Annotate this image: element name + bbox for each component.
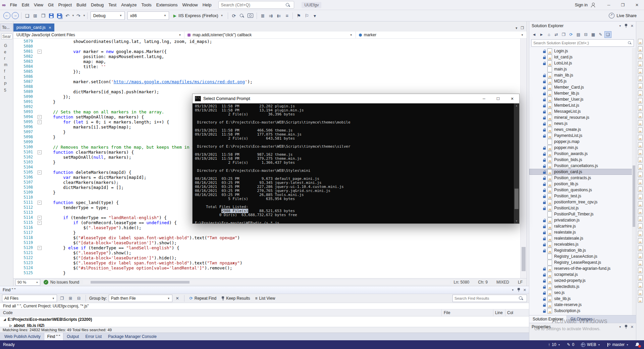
menu-window[interactable]: Window xyxy=(180,2,200,7)
nav-member-dropdown[interactable]: map.addListener("click") callback▼ xyxy=(184,32,356,38)
window-menu-icon[interactable]: ▼ xyxy=(619,24,622,28)
menu-project[interactable]: Project xyxy=(56,2,74,7)
find-scope-dropdown[interactable]: All Files▼ xyxy=(2,295,57,302)
column-col[interactable]: Col xyxy=(505,309,529,316)
bottom-tab-web-publish-activity[interactable]: Web Publish Activity xyxy=(1,333,44,340)
menu-extensions[interactable]: Extensions xyxy=(154,2,180,7)
current-document-icon[interactable]: ❐ xyxy=(59,295,65,302)
zoom-dropdown[interactable]: 90 %▼ xyxy=(15,279,40,286)
tree-item-news-js[interactable]: news.js xyxy=(529,120,636,127)
bottom-tab-error-list[interactable]: Error List xyxy=(82,333,105,340)
cmd-output[interactable]: 09/19/2021 11:58 PM 23,202 plugin.js09/1… xyxy=(193,103,514,223)
notifications-button[interactable] xyxy=(635,342,640,347)
forward-icon[interactable]: ► xyxy=(538,31,545,38)
menu-build[interactable]: Build xyxy=(74,2,89,7)
expanded-icon[interactable]: ◢ xyxy=(3,318,7,321)
tree-item-site-lib-js[interactable]: site_lib.js xyxy=(529,296,636,302)
panel-tab-solution-explorer[interactable]: Solution Explorer xyxy=(529,315,567,323)
menu-tools[interactable]: Tools xyxy=(139,2,154,7)
scrollbar-thumb[interactable] xyxy=(633,165,635,227)
unwrap-icon[interactable]: ⇇ xyxy=(275,12,283,19)
properties-icon[interactable]: ✎ xyxy=(597,31,604,38)
tree-item-position-awards-js[interactable]: Position_awards.js xyxy=(529,151,636,157)
menu-help[interactable]: Help xyxy=(200,2,214,7)
tree-item-position-bids-js[interactable]: Position_bids.js xyxy=(529,157,636,163)
expand-all-icon[interactable]: ⊞ xyxy=(67,295,74,302)
tab-list-dropdown-icon[interactable]: ▼ xyxy=(515,27,518,30)
pending-edits-button[interactable]: ✎ 0 xyxy=(567,342,574,347)
fold-collapse-icon[interactable]: − xyxy=(38,115,42,119)
tree-item-position-contracts-js[interactable]: Position_contracts.js xyxy=(529,175,636,181)
tree-item-reserves-of-the-agrarian-fund-js[interactable]: reserves-of-the-agrarian-fund.js xyxy=(529,265,636,271)
undo-icon[interactable]: ↶ xyxy=(63,12,71,19)
branch-button[interactable]: master ▼ xyxy=(607,342,629,347)
tree-item-scrapmetal-js[interactable]: scrapmetal.js xyxy=(529,271,636,278)
find-panel-header[interactable]: Find " " ▼ ✕ xyxy=(0,286,529,294)
minimize-button[interactable]: ─ xyxy=(602,0,616,10)
tree-item-registry-leaserequest-js[interactable]: Registry_LeaseRequest.js xyxy=(529,259,636,265)
cmd-scrollbar[interactable]: ▲ ▼ xyxy=(514,103,519,223)
toolbox-tab[interactable]: To... xyxy=(0,23,13,31)
solution-search-input[interactable]: Search Solution Explorer (Ctrl+;) xyxy=(531,39,634,47)
user-icon[interactable] xyxy=(590,2,596,8)
column-line[interactable]: Line xyxy=(493,309,505,316)
menu-debug[interactable]: Debug xyxy=(89,2,106,7)
tree-item-positionpull-timber-js[interactable]: PositionPull_Timber.js xyxy=(529,211,636,217)
solution-explorer-scrollbar[interactable] xyxy=(632,48,636,315)
tree-item-news-create-js[interactable]: news_create.js xyxy=(529,127,636,133)
fold-collapse-icon[interactable]: − xyxy=(38,120,42,124)
tree-item-memberlist-js[interactable]: MemberList.js xyxy=(529,102,636,108)
add-item-icon[interactable]: ⊞ xyxy=(31,12,39,19)
nest-icon[interactable]: ▤ xyxy=(575,31,582,38)
refresh-icon[interactable]: ⟳ xyxy=(568,31,575,38)
platform-dropdown[interactable]: x86▼ xyxy=(127,11,169,20)
cmd-minimize-button[interactable]: ─ xyxy=(477,94,491,103)
tree-item-main-lib-js[interactable]: main_lib.js xyxy=(529,72,636,78)
clear-results-icon[interactable]: ✕ xyxy=(174,295,181,302)
keep-results-button[interactable]: Keep Results xyxy=(220,295,252,302)
sign-in-button[interactable]: Sign in xyxy=(575,3,588,7)
group-by-dropdown[interactable]: Path then File▼ xyxy=(109,295,172,302)
tree-item-receivables-js[interactable]: receivables.js xyxy=(529,241,636,247)
tree-item-positionlist-js[interactable]: PositionList.js xyxy=(529,205,636,211)
back-icon[interactable]: ◄ xyxy=(531,31,538,38)
pending-changes-icon[interactable]: ❐ xyxy=(560,31,567,38)
show-all-files-icon[interactable]: ▦ xyxy=(590,31,597,38)
tree-item-member-lib-js[interactable]: Member_lib.js xyxy=(529,90,636,96)
tree-item-md5-js[interactable]: MD5.js xyxy=(529,78,636,84)
bottom-tab-package-manager-console[interactable]: Package Manager Console xyxy=(105,333,160,340)
bottom-tab-output[interactable]: Output xyxy=(64,333,82,340)
open-file-icon[interactable]: ❐ xyxy=(39,12,47,19)
refresh-icon[interactable]: ⟳ xyxy=(230,12,238,19)
fold-collapse-icon[interactable]: − xyxy=(38,246,42,250)
flag-dark-icon[interactable]: ⚑ xyxy=(294,12,303,19)
tab-position-card[interactable]: position_card.js ✕ xyxy=(13,23,54,32)
command-prompt-window[interactable]: Select Command Prompt ─ ☐ ✕ 09/19/2021 1… xyxy=(192,94,520,224)
collapse-all-icon[interactable]: ⊟ xyxy=(582,31,589,38)
new-project-icon[interactable]: ❏ xyxy=(23,12,31,19)
push-count-button[interactable]: ↑ 10 ▼ xyxy=(548,342,560,347)
repository-button[interactable]: WEB ▼ xyxy=(581,342,600,347)
wrap-icon[interactable]: ⇉ xyxy=(267,12,275,19)
tree-item-position-cancellations-js[interactable]: Position_cancellations.js xyxy=(529,163,636,169)
live-share-button[interactable]: Live Share xyxy=(609,13,641,18)
solution-tree[interactable]: Login.jslot_card.jsLotsList.jsmain.jsmai… xyxy=(529,48,636,315)
run-button[interactable]: ▶ IIS Express (Firefox) ▼ xyxy=(170,12,226,20)
scroll-down-icon[interactable]: ▼ xyxy=(514,219,519,223)
nav-forward-icon[interactable]: → xyxy=(12,12,19,19)
scrollbar-thumb[interactable] xyxy=(522,247,526,271)
switch-views-icon[interactable]: ⇄ xyxy=(553,31,560,38)
close-button[interactable]: ✕ xyxy=(630,0,644,10)
fold-collapse-icon[interactable]: − xyxy=(38,216,42,220)
tree-item-paymentslist-js[interactable]: PaymentsList.js xyxy=(529,133,636,139)
tree-item-lotslist-js[interactable]: LotsList.js xyxy=(529,60,636,66)
window-menu-icon[interactable]: ▼ xyxy=(619,326,622,329)
tab-close-icon[interactable]: ✕ xyxy=(49,26,51,30)
search-find-results-input[interactable]: Search Find Results xyxy=(452,295,527,302)
pin-icon[interactable] xyxy=(625,24,628,28)
tree-item-realestate-js[interactable]: realestate.js xyxy=(529,229,636,235)
tree-item-lot-card-js[interactable]: lot_card.js xyxy=(529,54,636,60)
list-view-button[interactable]: ≡ List View xyxy=(254,295,277,302)
nav-project-dropdown[interactable]: UUEfgv JavaScript Content Files▼ xyxy=(13,32,184,38)
save-icon[interactable] xyxy=(49,13,54,18)
